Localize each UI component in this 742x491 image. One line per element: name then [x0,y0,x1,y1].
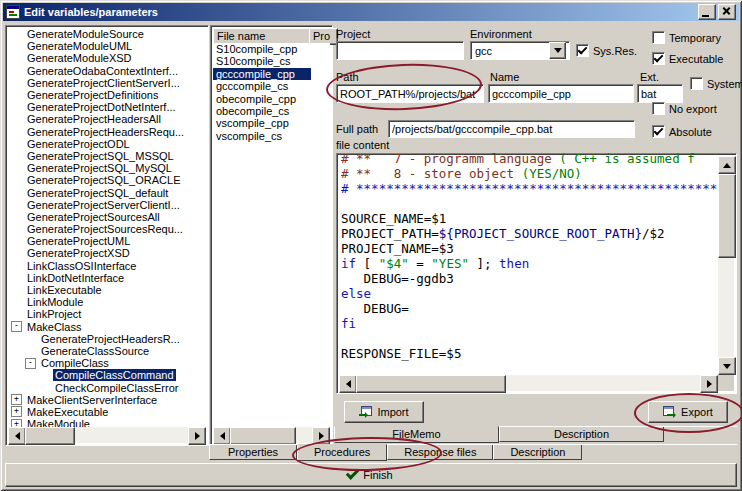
expand-icon[interactable]: + [11,406,22,417]
import-button[interactable]: Import [344,401,424,423]
scrollbar-thumb[interactable] [230,427,296,445]
file-list[interactable]: S10compile_cppS10compile_csgcccompile_cp… [213,43,330,427]
project-input[interactable] [336,41,464,60]
tree-item[interactable]: GenerateClassSource [8,345,206,357]
minimize-button[interactable] [698,4,716,20]
tree-item-label: LinkModule [25,296,85,308]
file-row[interactable]: gcccompile_cpp [213,68,330,80]
code-horizontal-scrollbar[interactable] [339,375,718,391]
code-line [341,196,718,211]
code-vertical-scrollbar[interactable] [718,156,734,375]
tree-item[interactable]: GenerateProjectSourcesAll [8,211,206,223]
full-path-input[interactable] [388,120,635,138]
scroll-left-icon[interactable] [8,427,26,445]
chevron-down-icon[interactable] [549,42,566,59]
tree-item-label: CompileClass [39,357,111,369]
file-row[interactable]: obecompile_cpp [213,93,330,105]
scrollbar-thumb[interactable] [25,427,75,445]
scroll-up-icon[interactable] [718,156,736,174]
tab-response-files[interactable]: Response files [387,445,493,460]
file-list-panel: File name Pro S10compile_cppS10compile_c… [210,25,333,446]
file-row[interactable]: vscompile_cpp [213,117,330,129]
tree-item[interactable]: GenerateProjectClientServerI... [8,77,206,89]
scroll-right-icon[interactable] [312,427,330,445]
temporary-checkbox[interactable]: Temporary [652,31,721,44]
sysres-checkbox[interactable]: Sys.Res. [576,44,637,57]
tree-item[interactable]: GenerateProjectServerClientI... [8,199,206,211]
name-input[interactable] [488,84,634,103]
tree-item[interactable]: LinkProject [8,308,206,320]
file-row[interactable]: vscompile_cs [213,130,330,142]
file-name-label: obecompile_cs [213,105,311,117]
path-field[interactable] [336,84,484,103]
finish-button[interactable]: Finish [5,463,737,487]
tree-item[interactable]: GenerateProjectUML [8,235,206,247]
environment-select[interactable]: gcc [470,41,570,60]
export-button[interactable]: Export [648,401,728,423]
close-button[interactable] [718,4,736,20]
tab-description[interactable]: Description [493,445,582,460]
no-export-checkbox[interactable]: No export [652,102,717,115]
system-checkbox[interactable]: System [690,77,742,90]
scrollbar-thumb[interactable] [718,174,736,258]
file-row[interactable]: S10compile_cs [213,55,330,67]
expand-icon[interactable]: + [11,419,22,427]
tree-item[interactable]: +MakeExecutable [8,406,206,418]
tab-procedures[interactable]: Procedures [297,444,387,461]
scroll-right-icon[interactable] [700,375,718,393]
import-label: Import [377,406,408,418]
tree-item[interactable]: LinkExecutable [8,284,206,296]
tree-item[interactable]: GenerateProjectDotNetInterf... [8,101,206,113]
tree-item[interactable]: GenerateProjectHeadersAll [8,113,206,125]
executable-checkbox[interactable]: Executable [652,52,723,65]
bottom-tab-strip: PropertiesProceduresResponse filesDescri… [209,444,737,463]
tree-item[interactable]: GenerateProjectSourcesRequ... [8,223,206,235]
tab-description[interactable]: Description [499,427,664,442]
collapse-icon[interactable]: - [25,358,36,369]
variables-tree[interactable]: GenerateModuleSourceGenerateModuleUMLGen… [8,28,206,427]
scroll-left-icon[interactable] [339,375,357,393]
tree-horizontal-scrollbar[interactable] [8,427,206,443]
ext-input[interactable] [637,84,683,103]
tree-item[interactable]: CheckCompileClassError [8,381,206,393]
tree-item[interactable]: CompileClassCommand [8,369,206,381]
scroll-right-icon[interactable] [188,427,206,445]
scroll-left-icon[interactable] [213,427,231,445]
tree-item[interactable]: GenerateProjectSQL_MSSQL [8,150,206,162]
tree-item[interactable]: GenerateProjectODL [8,138,206,150]
tree-item[interactable]: +MakeClientServerInterface [8,394,206,406]
tree-item[interactable]: GenerateProjectXSD [8,247,206,259]
file-row[interactable]: gcccompile_cs [213,80,330,92]
tree-item[interactable]: LinkModule [8,296,206,308]
file-name-label: gcccompile_cpp [213,68,311,80]
file-name-label: gcccompile_cs [213,80,311,92]
tree-item[interactable]: GenerateProjectHeadersR... [8,333,206,345]
expand-icon[interactable]: + [11,394,22,405]
tree-item[interactable]: GenerateProjectDefinitions [8,89,206,101]
tree-item[interactable]: GenerateModuleSource [8,28,206,40]
tree-item[interactable]: GenerateProjectSQL_MySQL [8,162,206,174]
collapse-icon[interactable]: - [11,321,22,332]
list-horizontal-scrollbar[interactable] [213,427,330,443]
tree-item[interactable]: -MakeClass [8,321,206,333]
code-line: RESPONSE_FILE=$5 [341,346,718,361]
tree-item[interactable]: GenerateProjectSQL_ORACLE [8,174,206,186]
tree-item[interactable]: GenerateProjectSQL_default [8,186,206,198]
tree-item[interactable]: GenerateModuleXSD [8,52,206,64]
file-row[interactable]: obecompile_cs [213,105,330,117]
scroll-down-icon[interactable] [718,357,736,375]
scrollbar-thumb[interactable] [356,375,506,393]
file-content-editor[interactable]: # ** 7 - programm language ( C++ is assu… [336,153,737,394]
tab-filememo[interactable]: FileMemo [334,426,499,443]
tree-item[interactable]: LinkClassOSIInterface [8,260,206,272]
tab-properties[interactable]: Properties [209,445,297,460]
tree-item[interactable]: GenerateModuleUML [8,40,206,52]
tree-item[interactable]: -CompileClass [8,357,206,369]
file-row[interactable]: S10compile_cpp [213,43,330,55]
tree-item[interactable]: GenerateOdabaContextInterf... [8,65,206,77]
tree-item[interactable]: +MakeModule [8,418,206,427]
tree-item[interactable]: GenerateProjectHeadersRequ... [8,126,206,138]
tree-item-label: GenerateModuleXSD [25,52,134,64]
absolute-checkbox[interactable]: Absolute [652,125,712,138]
tree-item[interactable]: LinkDotNetInterface [8,272,206,284]
